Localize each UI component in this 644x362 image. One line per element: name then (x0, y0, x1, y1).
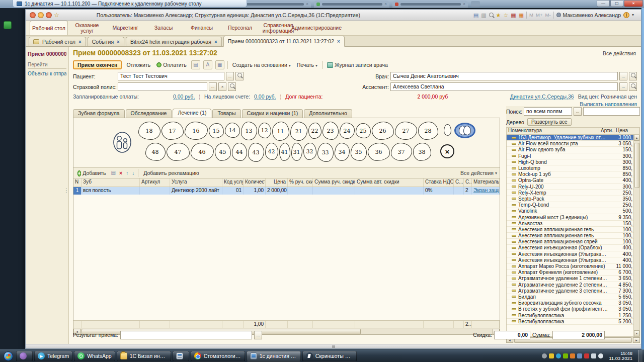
list-item[interactable]: Атравматичное удаление 2 степени сл...4 … (507, 282, 633, 288)
new-tab-button[interactable] (471, 1, 480, 7)
print-preview-icon[interactable] (489, 13, 494, 17)
section-tab[interactable]: Оказание услуг (68, 21, 106, 35)
form-all-actions-button[interactable]: Все действия (603, 50, 636, 56)
list-item[interactable]: Вестибулопластика5 200, (507, 319, 633, 325)
taskbar-button[interactable]: Скриншоты — Ян... (302, 351, 357, 361)
column-header[interactable]: Артикул (140, 178, 170, 187)
tooth[interactable]: 17 (162, 122, 184, 140)
list-item[interactable]: Temp-Q-bond250, (507, 202, 633, 208)
tray-icon-telegram[interactable] (556, 353, 561, 358)
finish-appointment-button[interactable]: Прием окончен (73, 60, 122, 69)
treatment-tab[interactable]: Скидки и наценки (1) (242, 109, 303, 118)
list-item[interactable]: Mock-up 1 зуб850, (507, 171, 633, 177)
favorites-star-icon[interactable]: ☆ (54, 12, 59, 18)
document-icon-button[interactable]: ▤ (191, 60, 200, 69)
add-favorite-icon[interactable]: ★ (496, 12, 501, 18)
tray-icon-5[interactable] (570, 353, 575, 358)
total-field[interactable]: 2 000,00 (552, 331, 605, 339)
info-icon[interactable]: i (623, 12, 629, 18)
copy-row-icon[interactable]: ▤ (111, 170, 116, 176)
section-tab[interactable]: Маркетинг (106, 21, 144, 35)
doctor-search-button[interactable] (629, 72, 637, 80)
list-item[interactable]: Optra-Gate400, (507, 177, 633, 184)
list-item[interactable]: Вестибулопластика1 250, (507, 312, 633, 318)
tooth[interactable]: 14 (225, 123, 240, 138)
tooth[interactable]: 24 (340, 123, 355, 139)
assistant-select-button[interactable]: ... (619, 82, 627, 91)
list-item[interactable]: Анестезия инъекционная (Ораблок)400, (507, 245, 633, 251)
list-item[interactable]: В гостях у зубной феи (профгигиента, у..… (507, 306, 633, 312)
list-item[interactable]: Анестезия аппликационная гель100, (507, 227, 633, 233)
taskbar-button[interactable]: WhatsApp (74, 351, 115, 361)
grid-all-actions-button[interactable]: Все действия▾ (460, 170, 497, 176)
policy-select-button[interactable]: ... (209, 82, 217, 91)
app-menu-button[interactable] (30, 12, 36, 18)
list-item[interactable]: Билдап5 650, (507, 294, 633, 300)
table-icon-button[interactable]: ▦ (215, 60, 224, 69)
list-item[interactable]: Аппарат Марко Росса (изготовление)11 000… (507, 263, 633, 269)
document-tab[interactable]: События× (88, 37, 124, 46)
list-item[interactable]: Air Flow всей полости рта3 050, (507, 141, 633, 147)
rdp-connection-bar[interactable]: 1с династия — 10.1.101.200 — Подключение… (13, 0, 247, 8)
search-mode-button[interactable]: ... (574, 107, 582, 116)
list-item[interactable]: 153 Дентикюр. Удаление зубных отло...3 0… (507, 135, 633, 141)
show-desktop-button[interactable] (638, 350, 642, 362)
calculator-icon[interactable]: ▦ (511, 12, 516, 18)
sidebar-link-objects[interactable]: Объекты к отправке в Би... (28, 71, 66, 76)
column-header[interactable]: Сумма авт. скидки (355, 178, 424, 187)
taskbar-button[interactable] (16, 351, 33, 361)
tooth[interactable]: 34 (335, 143, 350, 161)
memory-plus-button[interactable]: M+ (536, 12, 542, 18)
treatment-tab[interactable]: Зубная формула (73, 109, 125, 118)
assistant-search-button[interactable] (629, 82, 637, 91)
tooth[interactable]: 11 (272, 122, 289, 141)
patient-search-button[interactable] (235, 72, 244, 80)
column-header[interactable]: Цена (614, 128, 639, 134)
memory-minus-button[interactable]: M- (545, 12, 551, 18)
tooth[interactable]: 25 (356, 123, 371, 138)
column-header[interactable]: Услуга (170, 178, 222, 187)
doctor-field[interactable]: Сычев Денис Анатольевич (390, 72, 618, 80)
tab-close-icon[interactable]: × (78, 39, 82, 45)
tooth[interactable]: 42 (265, 143, 278, 160)
assistant-field[interactable]: Алексеева Светлана (390, 82, 618, 91)
expand-all-button[interactable]: Развернуть все (527, 118, 572, 126)
tooth[interactable]: 31 (291, 143, 302, 161)
column-header[interactable]: Ставка НДС (424, 178, 454, 187)
doctor-select-button[interactable]: ... (619, 72, 627, 80)
tray-icon-network[interactable] (591, 353, 596, 358)
list-item[interactable]: Альвостаз150, (507, 221, 633, 227)
tooth[interactable]: 36 (368, 143, 390, 161)
tooth[interactable]: 16 (185, 122, 208, 140)
list-item[interactable]: High-Q bond300, (507, 159, 633, 165)
column-header[interactable]: N (73, 178, 82, 187)
save-icon[interactable]: ▤ (473, 12, 478, 18)
history-forward-button[interactable] (46, 12, 52, 18)
move-up-icon[interactable]: ↑ (126, 170, 128, 176)
desktop-shortcut-icon[interactable] (4, 21, 12, 29)
tooth[interactable]: 41 (279, 143, 290, 161)
create-based-on-button[interactable]: Создать на основании ▾ (231, 61, 292, 68)
column-header[interactable]: Код услуги (222, 178, 244, 187)
minimize-button[interactable]: — (597, 0, 610, 7)
tooth[interactable]: 33 (317, 143, 334, 162)
treatment-tab[interactable]: Товары (212, 109, 240, 118)
column-header[interactable]: Материалы (472, 178, 500, 187)
tooth[interactable]: 12 (258, 123, 271, 138)
print-menu-button[interactable]: Печать ▾ (295, 61, 319, 68)
patient-field[interactable]: Тест Тест Тестович (118, 72, 224, 80)
list-item[interactable]: Атравматичное удаление 1 степени сл...3 … (507, 276, 633, 282)
clear-selection-icon[interactable]: × (440, 144, 454, 158)
list-item[interactable]: Air Flow одного зуба150, (507, 147, 633, 153)
list-item[interactable]: Rely-X-temp250, (507, 190, 633, 196)
section-tab[interactable]: Администрирование (297, 21, 336, 35)
tab-close-icon[interactable]: × (463, 2, 465, 6)
patient-select-button[interactable]: ... (226, 72, 234, 80)
tooth[interactable]: 38 (413, 143, 431, 161)
document-tab[interactable]: Рабочий стол× (29, 37, 86, 46)
tab-close-icon[interactable]: × (117, 39, 120, 45)
treatment-tab[interactable]: Дополнительно (304, 109, 352, 118)
favorites-icon[interactable]: ☆ (503, 12, 508, 18)
tray-icon-volume[interactable] (598, 353, 603, 358)
list-item[interactable]: Fugi-I300, (507, 153, 633, 159)
